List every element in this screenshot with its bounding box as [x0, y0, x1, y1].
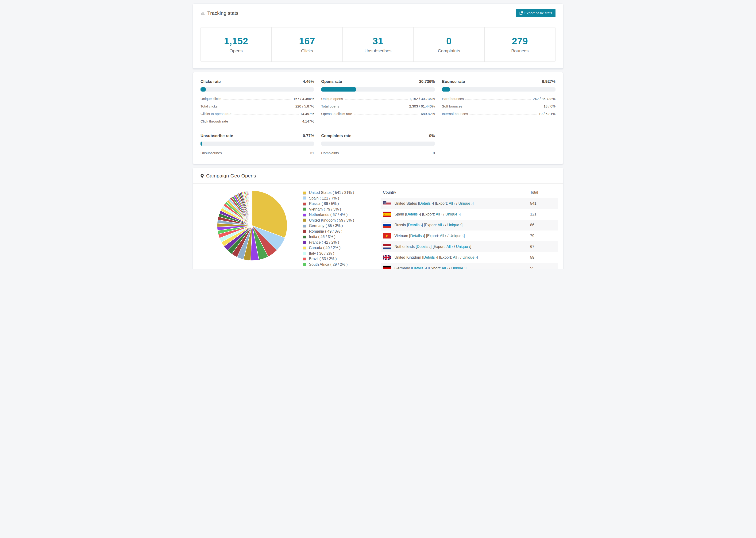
export-button-label: Export basic stats [524, 11, 552, 15]
dotted-leader [464, 107, 542, 107]
dotted-leader [465, 99, 531, 100]
summary-label: Unsubscribes [343, 48, 413, 54]
details-link[interactable]: Details › [419, 201, 433, 205]
rate-row: Click through rate4.147% [200, 119, 314, 123]
details-link[interactable]: Details › [408, 223, 422, 227]
dotted-leader [341, 107, 407, 107]
rate-progress-fill [200, 141, 202, 146]
bar-chart-icon [200, 11, 205, 15]
rate-row-value: 1,152 / 30.736% [409, 97, 435, 101]
geo-table-row: Vietnam [Details ›] [Export: All › / Uni… [381, 231, 558, 241]
country-name: Spain [395, 212, 405, 216]
export-all-link[interactable]: All › [442, 266, 448, 269]
geo-table-col-country: Country [381, 187, 528, 198]
dotted-leader [345, 99, 407, 100]
legend-item: Canada ( 40 / 2% ) [303, 246, 381, 250]
rate-row: Clicks to opens rate14.497% [200, 112, 314, 116]
dotted-leader [223, 99, 292, 100]
tracking-stats-header: Tracking stats Export basic stats [193, 4, 563, 22]
rate-row-label: Clicks to opens rate [200, 112, 232, 116]
legend-label: France ( 42 / 2% ) [309, 241, 339, 244]
rate-value: 0.77% [303, 134, 314, 138]
export-unique-link[interactable]: Unique › [445, 212, 459, 216]
legend-swatch [303, 252, 306, 255]
rate-panel-opens-rate: Opens rate30.736%Unique opens1,152 / 30.… [321, 79, 435, 123]
legend-item: Netherlands ( 67 / 4% ) [303, 213, 381, 217]
details-link[interactable]: Details › [423, 255, 437, 259]
geo-opens-title: Campaign Geo Opens [200, 173, 256, 179]
summary-cell-complaints: 0Complaints [414, 27, 485, 62]
rate-head: Opens rate30.736% [321, 79, 435, 84]
country-name: United Kingdom [395, 255, 422, 259]
legend-swatch [303, 202, 306, 206]
flag-es-icon [383, 212, 391, 217]
legend-item: United Kingdom ( 59 / 3% ) [303, 218, 381, 223]
geo-opens-header: Campaign Geo Opens [193, 168, 563, 184]
tracking-stats-title: Tracking stats [200, 10, 239, 16]
country-links: Spain [Details ›] [Export: All › / Uniqu… [395, 212, 460, 216]
details-link[interactable]: Details › [406, 212, 420, 216]
legend-label: Vietnam ( 79 / 5% ) [309, 207, 341, 211]
legend-label: Germany ( 55 / 3% ) [309, 224, 343, 228]
geo-table-country-cell: Russia [Details ›] [Export: All › / Uniq… [381, 220, 528, 231]
geo-table-country-cell: Spain [Details ›] [Export: All › / Uniqu… [381, 209, 528, 220]
legend-label: United States ( 541 / 31% ) [309, 190, 354, 195]
export-unique-link[interactable]: Unique › [458, 201, 472, 205]
summary-value: 0 [414, 36, 484, 46]
flag-vn-icon [383, 233, 391, 239]
country-cell: Vietnam [Details ›] [Export: All › / Uni… [383, 233, 525, 239]
export-all-link[interactable]: All › [449, 201, 455, 205]
geo-table-country-cell: Netherlands [Details ›] [Export: All › /… [381, 241, 528, 252]
rate-row-label: Opens to clicks rate [321, 112, 352, 116]
export-all-link[interactable]: All › [436, 212, 442, 216]
legend-label: Canada ( 40 / 2% ) [309, 246, 341, 250]
legend-swatch [303, 257, 306, 261]
export-unique-link[interactable]: Unique › [451, 266, 465, 269]
rate-head: Bounce rate6.927% [442, 79, 556, 84]
geo-opens-title-text: Campaign Geo Opens [206, 173, 256, 179]
legend-label: South Africa ( 29 / 2% ) [309, 262, 348, 267]
rate-row-value: 31 [310, 151, 314, 155]
export-basic-stats-button[interactable]: Export basic stats [516, 9, 556, 17]
summary-label: Clicks [272, 48, 342, 54]
rate-row-label: Hard bounces [442, 97, 464, 101]
summary-value: 167 [272, 36, 342, 46]
rate-progress-track [442, 87, 556, 91]
rate-row-label: Unique opens [321, 97, 343, 101]
rate-value: 30.736% [419, 79, 435, 84]
rate-rows: Unique clicks167 / 4.456%Total clicks220… [200, 97, 314, 123]
flag-ru-icon [383, 223, 391, 228]
export-unique-link[interactable]: Unique › [447, 223, 461, 227]
export-all-link[interactable]: All › [438, 223, 444, 227]
geo-opens-card: Campaign Geo Opens United States ( 541 /… [193, 168, 563, 269]
rate-row-value: 167 / 4.456% [294, 97, 314, 101]
tracking-stats-card: Tracking stats Export basic stats 1,152O… [193, 4, 563, 69]
rate-row-value: 689.82% [421, 112, 435, 116]
country-links: Vietnam [Details ›] [Export: All › / Uni… [395, 234, 465, 238]
export-all-link[interactable]: All › [440, 234, 447, 238]
rate-row-label: Unsubscribes [200, 151, 222, 155]
rate-row-label: Unique clicks [200, 97, 221, 101]
rate-title: Opens rate [321, 79, 342, 84]
country-cell: United States [Details ›] [Export: All ›… [383, 201, 525, 206]
export-unique-link[interactable]: Unique › [450, 234, 464, 238]
legend-label: Romania ( 49 / 3% ) [309, 229, 342, 234]
details-link[interactable]: Details › [412, 266, 426, 269]
rate-title: Unsubscribe rate [200, 134, 233, 138]
country-links: Russia [Details ›] [Export: All › / Uniq… [395, 223, 462, 227]
details-link[interactable]: Details › [417, 244, 431, 248]
summary-value: 279 [485, 36, 555, 46]
rate-row-value: 220 / 5.87% [296, 104, 314, 108]
geo-table-country-cell: Germany [Details ›] [Export: All › / Uni… [381, 263, 528, 269]
export-all-link[interactable]: All › [453, 255, 459, 259]
export-all-link[interactable]: All › [446, 244, 453, 248]
details-link[interactable]: Details › [410, 234, 424, 238]
export-unique-link[interactable]: Unique › [462, 255, 477, 259]
summary-label: Opens [201, 48, 271, 54]
rate-row: Unique opens1,152 / 30.736% [321, 97, 435, 101]
legend-swatch [303, 213, 306, 217]
rate-value: 0% [429, 134, 435, 138]
flag-nl-icon [383, 244, 391, 249]
export-unique-link[interactable]: Unique › [456, 244, 470, 248]
rate-row-value: 2,303 / 61.446% [409, 104, 435, 108]
